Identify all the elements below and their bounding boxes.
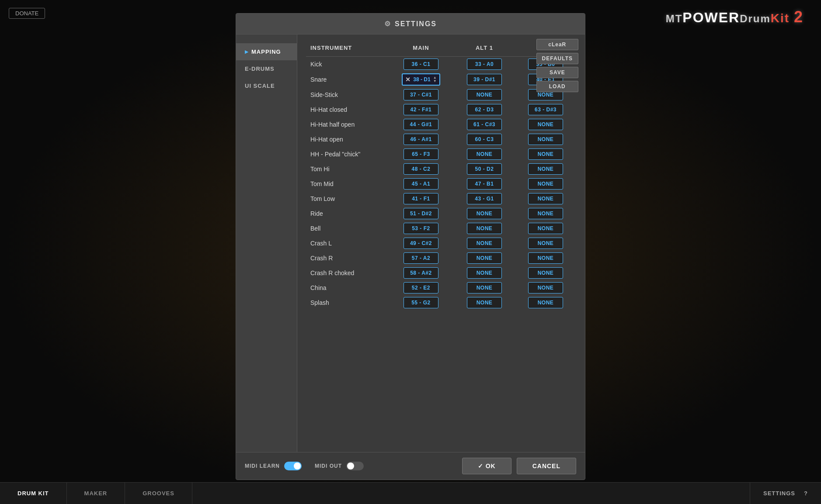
midi-btn[interactable]: 53 - F2: [404, 223, 438, 234]
alt2-cell: NONE: [515, 236, 576, 251]
alt1-btn[interactable]: NONE: [467, 238, 502, 249]
midi-out-toggle[interactable]: [346, 462, 364, 470]
alt2-btn[interactable]: NONE: [528, 282, 563, 293]
alt2-btn[interactable]: NONE: [528, 223, 563, 234]
main-cell: 37 - C#1: [388, 87, 454, 102]
alt2-btn[interactable]: NONE: [528, 252, 563, 264]
donate-button[interactable]: DONATE: [9, 8, 45, 19]
midi-btn-active[interactable]: ✕38 - D1▲▼: [402, 73, 440, 86]
alt1-btn[interactable]: 39 - D#1: [467, 74, 502, 85]
alt1-cell: 33 - A0: [454, 57, 515, 72]
alt1-cell: NONE: [454, 147, 515, 162]
alt2-btn[interactable]: NONE: [528, 208, 563, 219]
midi-btn[interactable]: 55 - G2: [404, 297, 438, 308]
main-content: cLeaR DEFAULTS SAVE LOAD INSTRUMENT MAIN…: [297, 35, 585, 452]
alt1-btn[interactable]: NONE: [467, 297, 502, 308]
alt2-btn[interactable]: NONE: [528, 134, 563, 145]
defaults-button[interactable]: DEFAULTS: [536, 53, 578, 64]
main-cell: 48 - C2: [388, 162, 454, 176]
alt2-btn[interactable]: NONE: [528, 119, 563, 130]
alt1-btn[interactable]: 33 - A0: [467, 59, 502, 70]
alt1-btn[interactable]: NONE: [467, 148, 502, 160]
sidebar-item-uiscale[interactable]: UI SCALE: [236, 77, 297, 94]
alt1-btn[interactable]: NONE: [467, 208, 502, 219]
alt2-cell: NONE: [515, 221, 576, 236]
sidebar-item-mapping[interactable]: ▶ MAPPING: [236, 43, 297, 60]
main-cell: 41 - F1: [388, 191, 454, 206]
clear-button[interactable]: cLeaR: [536, 39, 578, 50]
midi-btn[interactable]: 49 - C#2: [404, 238, 438, 249]
alt1-btn[interactable]: 47 - B1: [467, 178, 502, 190]
alt2-btn[interactable]: 63 - D#3: [528, 104, 563, 115]
ok-button[interactable]: ✓ OK: [462, 458, 511, 474]
instrument-cell: Side-Stick: [306, 87, 388, 102]
table-row: Crash R choked58 - A#2NONENONE: [306, 266, 576, 280]
midi-btn[interactable]: 42 - F#1: [404, 104, 438, 115]
midi-out-knob: [347, 463, 354, 469]
instrument-cell: Ride: [306, 206, 388, 221]
midi-btn[interactable]: 52 - E2: [404, 282, 438, 293]
alt2-cell: NONE: [515, 251, 576, 266]
midi-btn[interactable]: 58 - A#2: [404, 267, 438, 279]
instrument-cell: Hi-Hat open: [306, 132, 388, 147]
alt1-btn[interactable]: 43 - G1: [467, 193, 502, 204]
table-row: Ride51 - D#2NONENONE: [306, 206, 576, 221]
tab-drum-kit[interactable]: DRUM KIT: [0, 483, 67, 504]
tab-grooves[interactable]: GROOVES: [125, 483, 192, 504]
alt1-btn[interactable]: NONE: [467, 252, 502, 264]
alt1-cell: NONE: [454, 295, 515, 310]
app-title-power: POWER: [682, 10, 740, 25]
alt1-btn[interactable]: NONE: [467, 282, 502, 293]
midi-btn[interactable]: 51 - D#2: [404, 208, 438, 219]
midi-btn[interactable]: 45 - A1: [404, 178, 438, 190]
midi-btn[interactable]: 57 - A2: [404, 252, 438, 264]
midi-btn[interactable]: 37 - C#1: [404, 89, 438, 100]
midi-btn[interactable]: 41 - F1: [404, 193, 438, 204]
alt1-btn[interactable]: NONE: [467, 89, 502, 100]
midi-btn[interactable]: 46 - A#1: [404, 134, 438, 145]
table-row: Tom Low41 - F143 - G1NONE: [306, 191, 576, 206]
load-button[interactable]: LOAD: [536, 81, 578, 92]
alt1-btn[interactable]: 50 - D2: [467, 163, 502, 175]
help-button[interactable]: ?: [804, 490, 808, 497]
save-button[interactable]: SAVE: [536, 67, 578, 78]
alt2-btn[interactable]: NONE: [528, 148, 563, 160]
mapping-table: INSTRUMENT MAIN ALT 1 ALT2 Kick36 - C133…: [306, 41, 576, 310]
settings-tab[interactable]: SETTINGS ?: [750, 483, 821, 504]
midi-learn-toggle[interactable]: [284, 462, 302, 470]
alt1-cell: 47 - B1: [454, 176, 515, 191]
sidebar-item-edrums[interactable]: E-DRUMS: [236, 60, 297, 77]
clear-x-button[interactable]: ✕: [405, 76, 410, 83]
alt2-cell: NONE: [515, 132, 576, 147]
midi-btn[interactable]: 36 - C1: [404, 59, 438, 70]
alt2-btn[interactable]: NONE: [528, 297, 563, 308]
alt2-btn[interactable]: NONE: [528, 163, 563, 175]
midi-out-label: MIDI OUT: [315, 463, 342, 469]
col-instrument: INSTRUMENT: [306, 41, 388, 57]
spinner-down[interactable]: ▼: [433, 79, 437, 83]
table-row: Hi-Hat closed42 - F#162 - D363 - D#3: [306, 102, 576, 117]
alt2-btn[interactable]: NONE: [528, 267, 563, 279]
midi-btn[interactable]: 65 - F3: [404, 148, 438, 160]
midi-learn-knob: [294, 463, 301, 469]
alt2-btn[interactable]: NONE: [528, 178, 563, 190]
midi-learn-label: MIDI LEARN: [245, 463, 280, 469]
alt2-btn[interactable]: NONE: [528, 193, 563, 204]
alt1-btn[interactable]: 61 - C#3: [467, 119, 502, 130]
alt2-cell: NONE: [515, 191, 576, 206]
alt1-btn[interactable]: NONE: [467, 223, 502, 234]
cancel-button[interactable]: CANCEL: [517, 458, 576, 474]
alt1-btn[interactable]: 60 - C3: [467, 134, 502, 145]
main-cell: 53 - F2: [388, 221, 454, 236]
tab-maker[interactable]: MAKER: [67, 483, 125, 504]
main-cell: 65 - F3: [388, 147, 454, 162]
midi-btn[interactable]: 44 - G#1: [404, 119, 438, 130]
sidebar-item-uiscale-label: UI SCALE: [245, 83, 275, 89]
alt2-btn[interactable]: NONE: [528, 238, 563, 249]
midi-btn[interactable]: 48 - C2: [404, 163, 438, 175]
alt1-btn[interactable]: NONE: [467, 267, 502, 279]
instrument-cell: Kick: [306, 57, 388, 72]
midi-spinner[interactable]: ▲▼: [433, 76, 437, 83]
alt1-btn[interactable]: 62 - D3: [467, 104, 502, 115]
midi-value: 38 - D1: [413, 76, 430, 83]
